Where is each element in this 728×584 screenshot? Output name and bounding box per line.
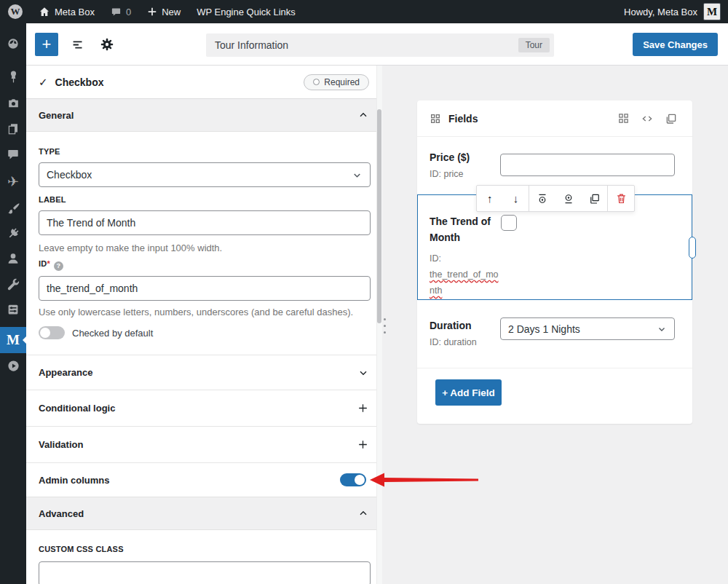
add-field-button[interactable]: + Add Field <box>435 379 502 406</box>
quick-links-label: WP Engine Quick Links <box>197 7 296 17</box>
airplane-icon: ✈ <box>7 173 19 190</box>
new-content-menu[interactable]: New <box>139 0 189 23</box>
field-settings-header: ✓ Checkbox Required <box>26 66 381 99</box>
sidebar-item-pages[interactable] <box>0 117 26 141</box>
card-divider <box>417 368 692 368</box>
sidebar-item-media[interactable] <box>0 91 26 116</box>
id-help-text: Use only lowercase letters, numbers, und… <box>39 307 353 317</box>
wp-engine-quick-links[interactable]: WP Engine Quick Links <box>189 0 304 23</box>
list-view-icon[interactable] <box>70 36 86 55</box>
plus-icon <box>357 402 369 414</box>
type-label: TYPE <box>39 147 60 156</box>
duration-field-id: ID: duration <box>430 337 477 347</box>
chevron-up-icon <box>357 508 369 519</box>
comment-icon <box>111 7 122 17</box>
current-menu-arrow <box>23 336 26 344</box>
sidebar-item-meta-box[interactable]: M <box>0 327 26 353</box>
required-toggle-pill[interactable]: Required <box>304 74 369 90</box>
avatar[interactable]: M <box>703 3 721 20</box>
save-changes-button[interactable]: Save Changes <box>633 33 718 56</box>
field-settings-panel: ✓ Checkbox Required General TYPE Checkbo… <box>26 66 382 584</box>
sidebar-item-tools[interactable] <box>0 272 26 296</box>
insert-before-button[interactable] <box>529 186 555 212</box>
section-advanced[interactable]: Advanced <box>26 497 381 530</box>
pages-icon <box>7 122 20 135</box>
grid-view-icon[interactable] <box>617 112 630 125</box>
required-label: Required <box>324 77 360 87</box>
sidebar-item-dashboard[interactable] <box>0 31 26 56</box>
section-conditional-logic[interactable]: Conditional logic <box>26 390 381 426</box>
duration-field-label: Duration <box>430 320 472 331</box>
section-admin-columns[interactable]: Admin columns <box>26 462 381 497</box>
wrench-icon <box>7 277 20 291</box>
section-appearance[interactable]: Appearance <box>26 355 381 390</box>
help-circle-icon[interactable]: ? <box>54 261 63 271</box>
field-title: Checkbox <box>55 76 104 88</box>
custom-css-input[interactable] <box>39 561 371 584</box>
media-icon <box>7 97 20 111</box>
section-validation-label: Validation <box>39 439 83 450</box>
sidebar-item-users[interactable] <box>0 246 26 271</box>
dashboard-icon <box>6 36 20 51</box>
section-conditional-label: Conditional logic <box>39 403 115 414</box>
delete-field-button[interactable] <box>608 186 634 212</box>
sidebar-item-tour-post-type[interactable]: ✈ <box>0 169 26 194</box>
checked-by-default-toggle[interactable] <box>39 326 65 339</box>
fields-panel-header: Fields <box>417 100 692 137</box>
price-field-input[interactable] <box>500 154 675 176</box>
sidebar-item-appearance[interactable] <box>0 196 26 221</box>
settings-scrollbar-thumb[interactable] <box>377 109 381 323</box>
builder-toolbar: + Tour Information Tour Save Changes <box>26 23 728 66</box>
checked-by-default-row: Checked by default <box>39 326 153 339</box>
duplicate-field-button[interactable] <box>582 186 608 212</box>
wordpress-menu[interactable]: W <box>0 0 31 23</box>
panel-resize-handle[interactable] <box>384 318 386 338</box>
meta-box-logo: M <box>7 332 20 348</box>
type-select[interactable]: Checkbox <box>39 162 371 187</box>
sidebar-item-settings[interactable] <box>0 297 26 322</box>
insert-after-button[interactable] <box>555 186 582 212</box>
id-input[interactable]: the_trend_of_month <box>39 276 371 301</box>
add-field-toolbar-button[interactable]: + <box>35 33 58 56</box>
price-field-label: Price ($) <box>430 151 470 163</box>
section-admin-columns-label: Admin columns <box>39 475 110 486</box>
plug-icon <box>7 226 20 240</box>
comments-icon <box>7 148 20 161</box>
chevron-down-icon <box>357 367 369 379</box>
howdy-text[interactable]: Howdy, Meta Box <box>624 7 697 17</box>
checkbox-field-id: ID: the_trend_of_month <box>430 251 502 299</box>
code-view-icon[interactable] <box>641 112 654 125</box>
sidebar-item-posts[interactable] <box>0 64 26 89</box>
paintbrush-icon <box>7 202 20 216</box>
comments-link[interactable]: 0 <box>103 0 139 23</box>
sidebar-item-comments[interactable] <box>0 142 26 167</box>
field-group-title-input[interactable]: Tour Information Tour <box>206 33 554 57</box>
new-label: New <box>162 7 181 17</box>
plus-icon <box>147 7 157 17</box>
chevron-down-icon <box>657 324 667 334</box>
section-general[interactable]: General <box>26 99 381 132</box>
site-link[interactable]: Meta Box <box>31 0 103 23</box>
label-input[interactable]: The Trend of Month <box>39 210 371 235</box>
move-down-button[interactable]: ↓ <box>503 186 529 212</box>
gear-icon[interactable] <box>99 36 115 55</box>
label-label: LABEL <box>39 195 66 204</box>
custom-css-label: CUSTOM CSS CLASS <box>39 545 124 553</box>
settings-icon <box>7 303 20 316</box>
sidebar-item-videos[interactable] <box>0 353 26 378</box>
type-select-value: Checkbox <box>47 169 92 181</box>
duplicate-group-icon[interactable] <box>665 112 678 125</box>
duration-field-select[interactable]: 2 Days 1 Nights <box>500 317 675 340</box>
section-validation[interactable]: Validation <box>26 426 381 462</box>
admin-columns-toggle[interactable] <box>340 473 366 486</box>
field-width-resize-handle[interactable] <box>689 237 696 259</box>
checkbox-field-label: The Trend of Month <box>430 213 499 246</box>
id-value-misspelled: the_trend_of_month <box>430 269 499 296</box>
field-block-toolbar: ↑ ↓ <box>476 185 635 212</box>
move-up-button[interactable]: ↑ <box>477 186 503 212</box>
chevron-up-icon <box>357 109 369 121</box>
sidebar-item-plugins[interactable] <box>0 221 26 245</box>
grid-icon <box>430 113 441 125</box>
preview-checkbox[interactable] <box>501 215 517 231</box>
section-appearance-label: Appearance <box>39 367 92 378</box>
